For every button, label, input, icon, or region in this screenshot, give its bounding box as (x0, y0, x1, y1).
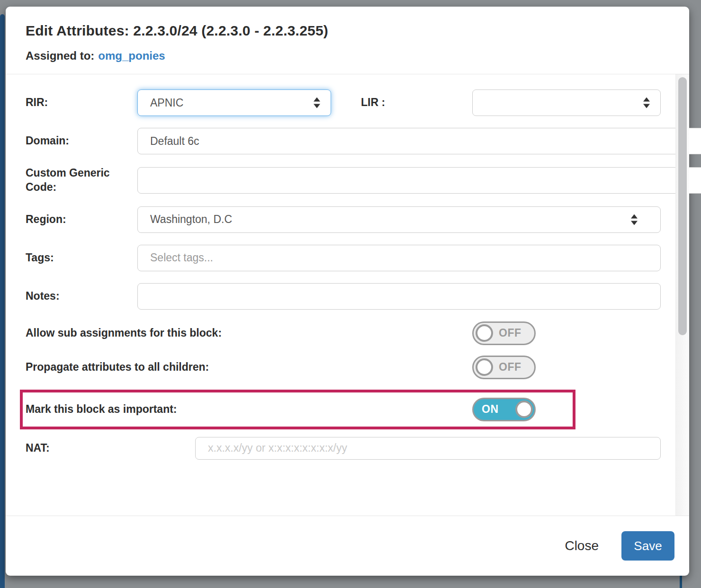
allow-sub-assignments-label: Allow sub assignments for this block: (26, 326, 472, 340)
form-row-tags: Tags: (26, 245, 661, 271)
background-page-line (680, 576, 682, 588)
select-arrows-icon (643, 98, 650, 108)
toggle-state-label: OFF (499, 327, 521, 339)
custom-generic-code-label: Custom Generic Code: (26, 166, 137, 195)
assigned-to-row: Assigned to:omg_ponies (26, 49, 669, 62)
mark-important-label: Mark this block as important: (26, 402, 472, 417)
domain-label: Domain: (26, 134, 137, 148)
notes-label: Notes: (26, 289, 137, 303)
domain-input[interactable] (137, 128, 701, 154)
form-row-nat: NAT: (26, 437, 661, 460)
modal-title-range: 2.2.3.0/24 (2.2.3.0 - 2.2.3.255) (133, 23, 328, 38)
save-button[interactable]: Save (621, 531, 674, 561)
edit-attributes-modal: Edit Attributes: 2.2.3.0/24 (2.2.3.0 - 2… (6, 7, 689, 576)
form-row-propagate-attributes: Propagate attributes to all children: OF… (26, 356, 661, 379)
modal-title-prefix: Edit Attributes: (26, 23, 129, 38)
modal-header: Edit Attributes: 2.2.3.0/24 (2.2.3.0 - 2… (6, 7, 689, 74)
toggle-knob (476, 358, 493, 376)
region-select-value: Washington, D.C (150, 213, 232, 226)
rir-select-value: APNIC (150, 97, 183, 109)
modal-body: RIR: APNIC LIR : Domain: VLAN: 2 - QA VL… (6, 74, 689, 516)
assigned-to-label: Assigned to: (26, 49, 94, 62)
propagate-attributes-toggle[interactable]: OFF (472, 356, 536, 379)
toggle-state-label: ON (482, 403, 499, 416)
toggle-knob (515, 401, 533, 418)
form-row-allow-sub-assignments: Allow sub assignments for this block: OF… (26, 321, 661, 345)
allow-sub-assignments-toggle[interactable]: OFF (472, 321, 536, 345)
form-row-notes: Notes: (26, 283, 661, 310)
select-arrows-icon (631, 214, 638, 225)
mark-important-toggle[interactable]: ON (472, 398, 536, 421)
custom-generic-code-input[interactable] (137, 167, 701, 194)
toggle-knob (476, 324, 493, 342)
region-select[interactable]: Washington, D.C (137, 206, 661, 233)
tags-input[interactable] (137, 245, 661, 271)
form-row-region: Region: Washington, D.C (26, 206, 661, 233)
select-arrows-icon (314, 98, 320, 108)
region-label: Region: (26, 213, 137, 227)
propagate-attributes-label: Propagate attributes to all children: (26, 360, 472, 374)
close-button[interactable]: Close (562, 538, 602, 554)
modal-footer: Close Save (6, 516, 689, 576)
tags-label: Tags: (26, 251, 137, 265)
lir-label: LIR : (331, 96, 472, 110)
rir-label: RIR: (26, 96, 137, 110)
form-row-rir-lir: RIR: APNIC LIR : (26, 89, 661, 116)
lir-select[interactable] (472, 89, 661, 116)
nat-input[interactable] (195, 437, 661, 460)
form-row-domain-vlan: Domain: VLAN: 2 - QA VLAN (26, 128, 661, 154)
scrollbar-track[interactable] (675, 74, 689, 516)
assigned-to-link[interactable]: omg_ponies (98, 49, 165, 62)
background-page-panel (0, 14, 5, 588)
scrollbar-thumb[interactable] (678, 77, 687, 335)
rir-select[interactable]: APNIC (137, 89, 331, 116)
modal-title: Edit Attributes: 2.2.3.0/24 (2.2.3.0 - 2… (26, 23, 669, 39)
toggle-state-label: OFF (499, 361, 521, 374)
form-row-mark-important-highlighted: Mark this block as important: ON (20, 390, 575, 429)
nat-label: NAT: (26, 441, 195, 455)
notes-input[interactable] (137, 283, 661, 310)
form-row-code-asn: Custom Generic Code: ASN: (26, 166, 661, 195)
